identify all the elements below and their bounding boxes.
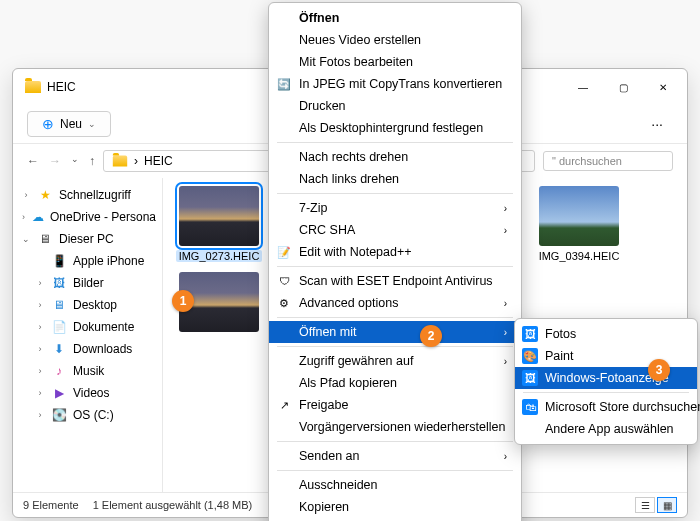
menu-item[interactable]: Neues Video erstellen	[269, 29, 521, 51]
sidebar: ›★Schnellzugriff›☁OneDrive - Persona⌄🖥Di…	[13, 178, 163, 492]
up-button[interactable]: ↑	[89, 154, 95, 168]
sidebar-icon: ☁	[32, 210, 44, 224]
view-grid-icon[interactable]: ▦	[657, 497, 677, 513]
menu-item-icon: ↗	[276, 397, 292, 413]
submenu-indicator-icon: ›	[494, 451, 507, 462]
folder-icon	[113, 156, 127, 167]
menu-item[interactable]: Drucken	[269, 95, 521, 117]
chevron-icon: ›	[35, 344, 45, 354]
menu-item-icon: 🎨	[522, 348, 538, 364]
menu-item[interactable]: Zugriff gewähren auf›	[269, 350, 521, 372]
file-item[interactable]: IMG_0394.HEIC	[533, 186, 625, 262]
menu-item[interactable]: CRC SHA›	[269, 219, 521, 241]
menu-item-icon: 🔄	[276, 76, 292, 92]
submenu-indicator-icon: ›	[494, 356, 507, 367]
sidebar-item[interactable]: ›🖼Bilder	[13, 272, 162, 294]
more-button[interactable]: ···	[641, 112, 673, 136]
menu-item[interactable]: Als Pfad kopieren	[269, 372, 521, 394]
menu-item-label: Ausschneiden	[299, 478, 378, 492]
path-segment[interactable]: HEIC	[144, 154, 173, 168]
menu-item[interactable]: Mit Fotos bearbeiten	[269, 51, 521, 73]
new-button[interactable]: ⊕ Neu ⌄	[27, 111, 111, 137]
menu-item[interactable]: Nach links drehen	[269, 168, 521, 190]
menu-item[interactable]: 🛡Scan with ESET Endpoint Antivirus	[269, 270, 521, 292]
menu-item[interactable]: Als Desktophintergrund festlegen	[269, 117, 521, 139]
chevron-icon: ›	[35, 278, 45, 288]
sidebar-label: Desktop	[73, 298, 117, 312]
sidebar-item[interactable]: ›★Schnellzugriff	[13, 184, 162, 206]
file-name: IMG_0273.HEIC	[176, 250, 263, 262]
sidebar-label: OneDrive - Persona	[50, 210, 156, 224]
menu-item-label: Scan with ESET Endpoint Antivirus	[299, 274, 493, 288]
menu-item-icon: 🛍	[522, 399, 538, 415]
submenu-indicator-icon: ›	[494, 327, 507, 338]
menu-item-icon: 📝	[276, 244, 292, 260]
menu-separator	[277, 142, 513, 143]
menu-item[interactable]: 🎨Paint	[515, 345, 697, 367]
menu-item-label: Neues Video erstellen	[299, 33, 421, 47]
sidebar-icon: 🖥	[51, 298, 67, 312]
menu-item[interactable]: ↗Freigabe	[269, 394, 521, 416]
window-title: HEIC	[47, 80, 76, 94]
chevron-icon: ›	[35, 300, 45, 310]
menu-item[interactable]: 🛍Microsoft Store durchsuchen	[515, 396, 697, 418]
menu-item[interactable]: Nach rechts drehen	[269, 146, 521, 168]
menu-separator	[277, 346, 513, 347]
file-item[interactable]: IMG_0273.HEIC	[173, 186, 265, 262]
menu-item[interactable]: Ausschneiden	[269, 474, 521, 496]
sidebar-icon: ♪	[51, 364, 67, 378]
menu-item-label: Vorgängerversionen wiederherstellen	[299, 420, 505, 434]
sidebar-label: Musik	[73, 364, 104, 378]
sidebar-item[interactable]: ›☁OneDrive - Persona	[13, 206, 162, 228]
menu-separator	[277, 193, 513, 194]
menu-item-label: Edit with Notepad++	[299, 245, 412, 259]
menu-item-label: Drucken	[299, 99, 346, 113]
minimize-button[interactable]: —	[563, 72, 603, 102]
sidebar-item[interactable]: ›💽OS (C:)	[13, 404, 162, 426]
sidebar-label: Schnellzugriff	[59, 188, 131, 202]
sidebar-icon: 🖼	[51, 276, 67, 290]
view-list-icon[interactable]: ☰	[635, 497, 655, 513]
menu-item[interactable]: ⚙Advanced options›	[269, 292, 521, 314]
search-input[interactable]: " durchsuchen	[543, 151, 673, 171]
sidebar-icon: ⬇	[51, 342, 67, 356]
sidebar-item[interactable]: ›🖥Desktop	[13, 294, 162, 316]
menu-item[interactable]: Senden an›	[269, 445, 521, 467]
menu-item[interactable]: Kopieren	[269, 496, 521, 518]
sidebar-icon: 📱	[51, 254, 67, 268]
menu-item[interactable]: 📝Edit with Notepad++	[269, 241, 521, 263]
sidebar-item[interactable]: ›▶Videos	[13, 382, 162, 404]
submenu-indicator-icon: ›	[494, 298, 507, 309]
sidebar-item[interactable]: ›⬇Downloads	[13, 338, 162, 360]
file-thumbnail	[179, 186, 259, 246]
sidebar-item[interactable]: ›📄Dokumente	[13, 316, 162, 338]
sidebar-icon: 📄	[51, 320, 67, 334]
menu-item-label: Andere App auswählen	[545, 422, 674, 436]
menu-item-label: Paint	[545, 349, 574, 363]
menu-item-label: Mit Fotos bearbeiten	[299, 55, 413, 69]
menu-item[interactable]: Öffnen	[269, 7, 521, 29]
menu-item[interactable]: 🖼Fotos	[515, 323, 697, 345]
menu-separator	[277, 470, 513, 471]
menu-item[interactable]: Öffnen mit›	[269, 321, 521, 343]
submenu-indicator-icon: ›	[494, 203, 507, 214]
menu-item-label: Advanced options	[299, 296, 398, 310]
sidebar-item[interactable]: 📱Apple iPhone	[13, 250, 162, 272]
menu-item-label: In JPEG mit CopyTrans konvertieren	[299, 77, 502, 91]
menu-item[interactable]: Andere App auswählen	[515, 418, 697, 440]
file-name: IMG_0394.HEIC	[539, 250, 620, 262]
menu-item-label: 7-Zip	[299, 201, 327, 215]
menu-item[interactable]: 🔄In JPEG mit CopyTrans konvertieren	[269, 73, 521, 95]
forward-button[interactable]: →	[49, 154, 61, 168]
menu-item[interactable]: Vorgängerversionen wiederherstellen	[269, 416, 521, 438]
maximize-button[interactable]: ▢	[603, 72, 643, 102]
chevron-down-icon: ⌄	[88, 119, 96, 129]
chevron-down-icon[interactable]: ⌄	[71, 154, 79, 168]
back-button[interactable]: ←	[27, 154, 39, 168]
close-button[interactable]: ✕	[643, 72, 683, 102]
menu-item-icon: 🖼	[522, 326, 538, 342]
menu-item[interactable]: 7-Zip›	[269, 197, 521, 219]
sidebar-item[interactable]: ›♪Musik	[13, 360, 162, 382]
sidebar-label: Apple iPhone	[73, 254, 144, 268]
sidebar-item[interactable]: ⌄🖥Dieser PC	[13, 228, 162, 250]
